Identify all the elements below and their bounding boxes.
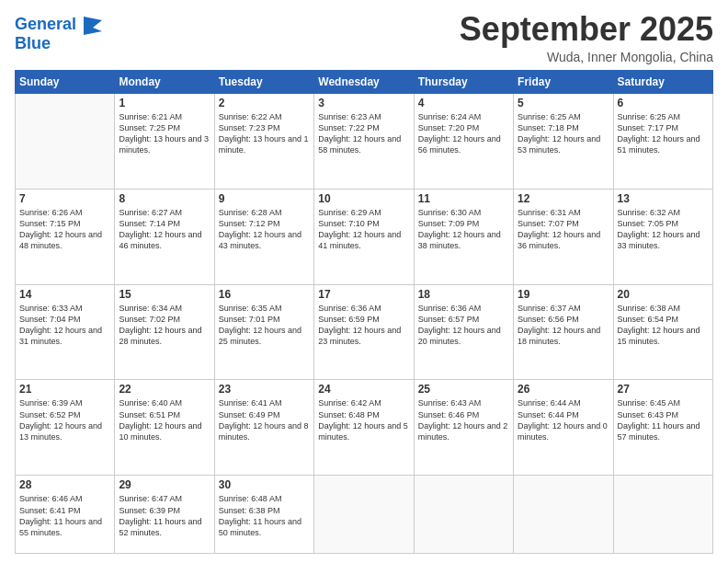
day-info: Sunrise: 6:27 AM Sunset: 7:14 PM Dayligh… — [119, 207, 210, 252]
logo-icon — [80, 15, 106, 35]
day-number: 6 — [618, 97, 709, 109]
day-number: 26 — [518, 383, 609, 396]
day-number: 24 — [318, 383, 409, 396]
day-number: 3 — [318, 97, 409, 109]
day-cell: 3Sunrise: 6:23 AM Sunset: 7:22 PM Daylig… — [314, 93, 414, 189]
day-cell — [314, 476, 414, 554]
location: Wuda, Inner Mongolia, China — [460, 50, 713, 64]
day-cell: 19Sunrise: 6:37 AM Sunset: 6:56 PM Dayli… — [514, 284, 613, 380]
day-info: Sunrise: 6:21 AM Sunset: 7:25 PM Dayligh… — [119, 111, 210, 156]
page: General Blue September 2025 Wuda, Inner … — [0, 0, 728, 563]
day-info: Sunrise: 6:40 AM Sunset: 6:51 PM Dayligh… — [119, 397, 210, 442]
day-cell: 9Sunrise: 6:28 AM Sunset: 7:12 PM Daylig… — [214, 189, 313, 284]
header-wednesday: Wednesday — [314, 70, 414, 93]
header-right: September 2025 Wuda, Inner Mongolia, Chi… — [460, 11, 713, 64]
day-cell: 29Sunrise: 6:47 AM Sunset: 6:39 PM Dayli… — [115, 476, 214, 554]
day-cell: 2Sunrise: 6:22 AM Sunset: 7:23 PM Daylig… — [214, 93, 313, 189]
day-cell: 13Sunrise: 6:32 AM Sunset: 7:05 PM Dayli… — [613, 189, 712, 284]
day-info: Sunrise: 6:24 AM Sunset: 7:20 PM Dayligh… — [418, 111, 509, 156]
day-info: Sunrise: 6:44 AM Sunset: 6:44 PM Dayligh… — [518, 397, 609, 442]
day-cell — [613, 476, 712, 554]
day-info: Sunrise: 6:42 AM Sunset: 6:48 PM Dayligh… — [318, 397, 409, 442]
day-number: 13 — [618, 192, 709, 205]
day-cell: 14Sunrise: 6:33 AM Sunset: 7:04 PM Dayli… — [16, 284, 115, 380]
day-number: 23 — [219, 383, 310, 396]
day-number: 5 — [518, 97, 609, 109]
svg-marker-0 — [84, 17, 102, 35]
week-row-2: 14Sunrise: 6:33 AM Sunset: 7:04 PM Dayli… — [16, 284, 713, 380]
day-number: 21 — [19, 383, 110, 396]
day-cell: 25Sunrise: 6:43 AM Sunset: 6:46 PM Dayli… — [414, 380, 513, 476]
header-monday: Monday — [115, 70, 214, 93]
day-cell: 6Sunrise: 6:25 AM Sunset: 7:17 PM Daylig… — [613, 93, 712, 189]
day-number: 22 — [119, 383, 210, 396]
day-cell: 7Sunrise: 6:26 AM Sunset: 7:15 PM Daylig… — [16, 189, 115, 284]
week-row-1: 7Sunrise: 6:26 AM Sunset: 7:15 PM Daylig… — [16, 189, 713, 284]
day-number: 10 — [318, 192, 409, 205]
day-cell — [16, 93, 115, 189]
day-info: Sunrise: 6:39 AM Sunset: 6:52 PM Dayligh… — [19, 397, 110, 442]
day-number: 30 — [219, 478, 310, 491]
day-info: Sunrise: 6:25 AM Sunset: 7:18 PM Dayligh… — [518, 111, 609, 156]
day-info: Sunrise: 6:35 AM Sunset: 7:01 PM Dayligh… — [219, 303, 310, 348]
day-cell: 27Sunrise: 6:45 AM Sunset: 6:43 PM Dayli… — [613, 380, 712, 476]
logo: General Blue — [15, 15, 106, 53]
day-number: 7 — [19, 192, 110, 205]
day-info: Sunrise: 6:25 AM Sunset: 7:17 PM Dayligh… — [618, 111, 709, 156]
day-cell: 8Sunrise: 6:27 AM Sunset: 7:14 PM Daylig… — [115, 189, 214, 284]
day-number: 27 — [618, 383, 709, 396]
day-info: Sunrise: 6:43 AM Sunset: 6:46 PM Dayligh… — [418, 397, 509, 442]
day-number: 1 — [119, 97, 210, 109]
day-info: Sunrise: 6:48 AM Sunset: 6:38 PM Dayligh… — [219, 493, 310, 538]
day-number: 11 — [418, 192, 509, 205]
day-number: 20 — [618, 288, 709, 301]
day-info: Sunrise: 6:30 AM Sunset: 7:09 PM Dayligh… — [418, 207, 509, 252]
day-number: 4 — [418, 97, 509, 109]
day-info: Sunrise: 6:29 AM Sunset: 7:10 PM Dayligh… — [318, 207, 409, 252]
header-friday: Friday — [514, 70, 613, 93]
day-info: Sunrise: 6:38 AM Sunset: 6:54 PM Dayligh… — [618, 303, 709, 348]
day-info: Sunrise: 6:28 AM Sunset: 7:12 PM Dayligh… — [219, 207, 310, 252]
day-info: Sunrise: 6:33 AM Sunset: 7:04 PM Dayligh… — [19, 303, 110, 348]
day-number: 29 — [119, 478, 210, 491]
day-info: Sunrise: 6:31 AM Sunset: 7:07 PM Dayligh… — [518, 207, 609, 252]
week-row-4: 28Sunrise: 6:46 AM Sunset: 6:41 PM Dayli… — [16, 476, 713, 554]
day-cell: 23Sunrise: 6:41 AM Sunset: 6:49 PM Dayli… — [214, 380, 313, 476]
day-cell: 5Sunrise: 6:25 AM Sunset: 7:18 PM Daylig… — [514, 93, 613, 189]
day-cell: 1Sunrise: 6:21 AM Sunset: 7:25 PM Daylig… — [115, 93, 214, 189]
day-number: 25 — [418, 383, 509, 396]
day-number: 16 — [219, 288, 310, 301]
day-info: Sunrise: 6:36 AM Sunset: 6:57 PM Dayligh… — [418, 303, 509, 348]
day-number: 2 — [219, 97, 310, 109]
day-info: Sunrise: 6:22 AM Sunset: 7:23 PM Dayligh… — [219, 111, 310, 156]
day-info: Sunrise: 6:46 AM Sunset: 6:41 PM Dayligh… — [19, 493, 110, 538]
day-info: Sunrise: 6:34 AM Sunset: 7:02 PM Dayligh… — [119, 303, 210, 348]
day-number: 28 — [19, 478, 110, 491]
day-cell: 18Sunrise: 6:36 AM Sunset: 6:57 PM Dayli… — [414, 284, 513, 380]
day-cell: 10Sunrise: 6:29 AM Sunset: 7:10 PM Dayli… — [314, 189, 414, 284]
day-cell: 17Sunrise: 6:36 AM Sunset: 6:59 PM Dayli… — [314, 284, 414, 380]
day-cell — [514, 476, 613, 554]
day-info: Sunrise: 6:23 AM Sunset: 7:22 PM Dayligh… — [318, 111, 409, 156]
logo-text: General — [15, 16, 76, 34]
day-cell: 11Sunrise: 6:30 AM Sunset: 7:09 PM Dayli… — [414, 189, 513, 284]
day-cell: 16Sunrise: 6:35 AM Sunset: 7:01 PM Dayli… — [214, 284, 313, 380]
day-cell: 22Sunrise: 6:40 AM Sunset: 6:51 PM Dayli… — [115, 380, 214, 476]
day-info: Sunrise: 6:32 AM Sunset: 7:05 PM Dayligh… — [618, 207, 709, 252]
day-info: Sunrise: 6:47 AM Sunset: 6:39 PM Dayligh… — [119, 493, 210, 538]
header-saturday: Saturday — [613, 70, 712, 93]
header-sunday: Sunday — [16, 70, 115, 93]
day-number: 14 — [19, 288, 110, 301]
day-info: Sunrise: 6:45 AM Sunset: 6:43 PM Dayligh… — [618, 397, 709, 442]
top-section: General Blue September 2025 Wuda, Inner … — [15, 11, 713, 64]
day-number: 19 — [518, 288, 609, 301]
day-number: 18 — [418, 288, 509, 301]
day-cell — [414, 476, 513, 554]
logo-blue: Blue — [15, 35, 106, 53]
header-tuesday: Tuesday — [214, 70, 313, 93]
day-cell: 20Sunrise: 6:38 AM Sunset: 6:54 PM Dayli… — [613, 284, 712, 380]
day-number: 15 — [119, 288, 210, 301]
day-info: Sunrise: 6:26 AM Sunset: 7:15 PM Dayligh… — [19, 207, 110, 252]
calendar-table: Sunday Monday Tuesday Wednesday Thursday… — [15, 70, 713, 554]
month-title: September 2025 — [460, 11, 713, 48]
